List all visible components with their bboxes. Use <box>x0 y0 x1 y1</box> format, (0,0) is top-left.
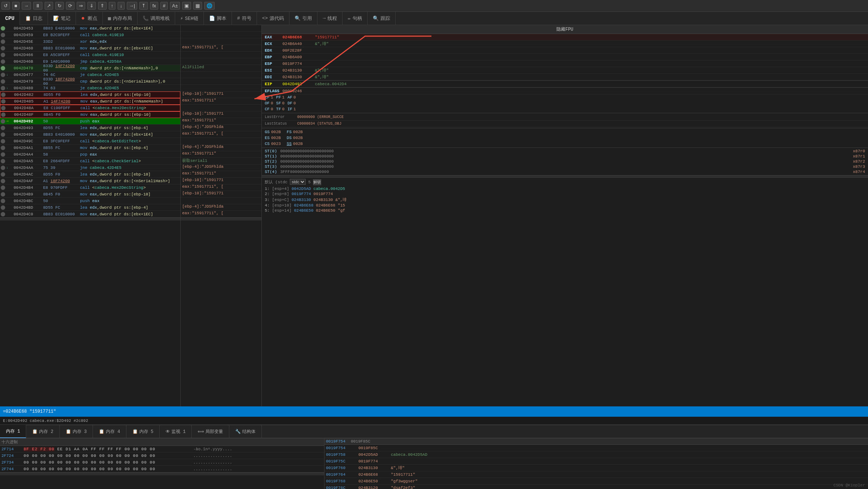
table-row[interactable]: 0042D4C0 8B83 EC010000 mov eax,dword ptr… <box>0 211 180 218</box>
table-row-current[interactable]: → 0042D492 50 push eax <box>0 118 180 125</box>
table-row[interactable]: 0042D460 8B83 EC010000 mov eax,dword ptr… <box>0 45 180 52</box>
step-into-btn[interactable]: → <box>22 2 31 10</box>
btab-mem2[interactable]: 📋 内存 2 <box>26 425 59 438</box>
btab-struct[interactable]: 🔧 结构体 <box>229 425 262 438</box>
table-row[interactable]: 0042D482 8D55 F0 lea edx,dword ptr ss:[e… <box>0 91 180 98</box>
stop-btn[interactable]: ■ <box>12 2 20 10</box>
charmap-btn[interactable]: A± <box>170 2 180 10</box>
fwd-btn[interactable]: →| <box>127 2 137 10</box>
reg-row-eax[interactable]: EAX 024B6E68 "15917711" <box>262 34 868 41</box>
tab-script[interactable]: 📄 脚本 <box>204 12 232 25</box>
tab-symbols[interactable]: # 符号 <box>232 12 257 25</box>
table-row[interactable]: 0042D485 A1 14F74200 mov eax,dword ptr d… <box>0 98 180 105</box>
bp-marker <box>1 93 6 97</box>
tab-log[interactable]: 📋 日志 <box>20 12 48 25</box>
table-row[interactable]: 0042D493 8D55 FC lea edx,dword ptr ss:[e… <box>0 125 180 131</box>
step-out-btn[interactable]: ↻ <box>55 2 64 10</box>
grid-btn[interactable]: ▦ <box>193 2 202 10</box>
calling-convention-select[interactable]: stdc <box>290 179 306 185</box>
comment-row <box>181 52 261 58</box>
table-row[interactable]: 0042D4AC 8D55 F0 lea edx,dword ptr ss:[e… <box>0 171 180 178</box>
tab-cpu[interactable]: CPU <box>0 12 20 25</box>
web-btn[interactable]: 🌐 <box>204 2 215 10</box>
stack-row[interactable]: 0019F758 0042D5AD cabeca.0042D5AD <box>324 451 868 458</box>
tab-seh[interactable]: ⚡ SEH链 <box>175 12 204 25</box>
table-row[interactable]: 0042D4AF A1 18F74200 mov eax,dword ptr d… <box>0 178 180 184</box>
hex-row-4[interactable]: 2F744 00 00 00 00 00 00 00 00 00 00 00 0… <box>0 466 324 472</box>
tab-source[interactable]: <> 源代码 <box>257 12 290 25</box>
reg-row-eflags[interactable]: EFLAGS 00000246 <box>262 88 868 94</box>
comment-row: eax:"15917711" <box>181 171 261 178</box>
tab-notes[interactable]: 📝 笔记 <box>48 12 76 25</box>
step-up-btn[interactable]: ⇑ <box>98 2 107 10</box>
table-row[interactable]: 0042D479 833D 18F74200 00 cmp dword ptr … <box>0 78 180 85</box>
table-row[interactable]: ↓ 0042D477 74 6C je cabeca.42D4E5 <box>0 72 180 78</box>
table-row[interactable]: 0042D4BD 8D55 FC lea edx,dword ptr ss:[e… <box>0 204 180 211</box>
reg-row-ecx[interactable]: ECX 024B6A40 &",琲" <box>262 41 868 47</box>
table-row[interactable]: 0042D459 E8 B2C9FEFF call cabeca.419E10 <box>0 32 180 38</box>
table-row[interactable]: 0042D49C E8 3FC9FEFF call <cabeca.GetEdi… <box>0 138 180 145</box>
table-row[interactable]: 0042D453 8B83 E4010000 mov eax,dword ptr… <box>0 25 180 32</box>
origin-btn[interactable]: ⤒ <box>139 2 148 10</box>
animate-btn[interactable]: ⇒ <box>77 2 85 10</box>
stack-row[interactable]: 0019F760 024B3130 &",琲" <box>324 465 868 471</box>
tab-breakpoints[interactable]: ● 断点 <box>76 12 103 25</box>
goto-btn[interactable]: ↑ <box>109 2 116 10</box>
tab-trace[interactable]: 🔍 跟踪 <box>368 12 396 25</box>
btab-watch1[interactable]: 👁 监视 1 <box>160 425 192 438</box>
restart-btn[interactable]: ↺ <box>1 2 10 10</box>
table-row[interactable]: 0042D48A E8 C190FDFF call <cabeca.Hex2De… <box>0 105 180 111</box>
hash-btn[interactable]: # <box>160 2 167 10</box>
reg-row-esi[interactable]: ESI 024B3130 &",琲" <box>262 67 868 74</box>
tab-refs[interactable]: 🔍 引用 <box>289 12 317 25</box>
tab-memory-map[interactable]: ▦ 内存布局 <box>103 12 138 25</box>
stack-row[interactable]: 0019F768 024B6E50 "gf3wggser" <box>324 478 868 485</box>
disasm-scroll[interactable]: 0042D453 8B83 E4010000 mov eax,dword ptr… <box>0 25 180 406</box>
table-row[interactable]: 0042D45E 33D2 xor edx,edx <box>0 38 180 45</box>
table-row[interactable]: 0042D466 E8 A5C9FEFF call cabeca.419E10 <box>0 52 180 58</box>
hex-row-3[interactable]: 2F734 00 00 00 00 00 00 00 00 00 00 00 0… <box>0 459 324 466</box>
unlock-btn[interactable]: 解锁 <box>313 179 321 185</box>
pause-btn[interactable]: ⏸ <box>33 2 42 10</box>
table-row[interactable]: 0042D46B E9 1A010000 jmp cabeca.42D58A <box>0 58 180 65</box>
table-row[interactable]: 0042D48F 8B45 F0 mov eax,dword ptr ss:[e… <box>0 111 180 118</box>
table-row[interactable]: ↓ 0042D480 74 63 je cabeca.42D4E5 <box>0 85 180 91</box>
table-row[interactable]: 0042D4BC 50 push eax <box>0 198 180 204</box>
stack-row[interactable]: 0019F754 0019F85C <box>324 445 868 451</box>
table-row[interactable]: 0042D4A1 8B55 FC mov edx,dword ptr ss:[e… <box>0 145 180 151</box>
table-row[interactable]: ↓ 0042D4AA 75 39 jne cabeca.42D4E5 <box>0 164 180 171</box>
step-over-btn[interactable]: ↗ <box>45 2 53 10</box>
reg-row-ebp[interactable]: EBP 024B6A00 <box>262 54 868 60</box>
reg-row-edx[interactable]: EDX 00F2E28F <box>262 47 868 54</box>
scrollbar-h[interactable] <box>0 218 180 221</box>
table-row[interactable]: 0042D4B4 E8 970FDFF call <cabeca.Hex2Dec… <box>0 184 180 191</box>
step-down-btn[interactable]: ⇓ <box>87 2 96 10</box>
table-row[interactable]: 0042D4A5 E8 2664FDFF call <cabeca.CheckS… <box>0 158 180 164</box>
hex-row-1[interactable]: 2F714 8F E2 F2 00 EE D1 AA 0A FF FF FF F… <box>0 446 324 452</box>
tab-handles[interactable]: ✏ 句柄 <box>343 12 368 25</box>
table-row[interactable]: 0042D470 833D 14F74200 00 cmp dword ptr … <box>0 65 180 72</box>
table-row[interactable]: 0042D4A4 58 pop eax <box>0 151 180 158</box>
btab-mem1[interactable]: 内存 1 <box>0 425 26 438</box>
table-row[interactable]: 0042D4B9 8B45 F0 mov eax,dword ptr ss:[e… <box>0 191 180 198</box>
btab-mem5[interactable]: 📋 内存 5 <box>126 425 160 438</box>
hex-row-2[interactable]: 2F724 00 00 00 00 00 00 00 00 00 00 00 0… <box>0 452 324 459</box>
mem-btn[interactable]: ▣ <box>182 2 191 10</box>
btab-locals[interactable]: ⟺ 局部变量 <box>192 425 229 438</box>
stack-row[interactable]: 0019F76C 024B3120 "dsaf2ef3" <box>324 485 868 489</box>
back-btn[interactable]: ↓ <box>118 2 125 10</box>
hex-scrollbar[interactable] <box>0 472 324 475</box>
stack-row[interactable]: 0019F764 024B6E68 "15917711" <box>324 471 868 478</box>
btab-mem3[interactable]: 📋 内存 3 <box>60 425 93 438</box>
center-scrollbar[interactable] <box>181 218 261 221</box>
expr-btn[interactable]: fx <box>150 2 158 10</box>
btab-mem4[interactable]: 📋 内存 4 <box>93 425 126 438</box>
table-row[interactable]: 0042D496 8B83 E4010000 mov eax,dword ptr… <box>0 131 180 138</box>
tab-threads[interactable]: → 线程 <box>317 12 343 25</box>
reg-row-esp[interactable]: ESP 0019F774 <box>262 60 868 67</box>
tab-callstack[interactable]: 📞 调用堆栈 <box>138 12 175 25</box>
stack-row[interactable]: 0019F75C 0019F774 <box>324 458 868 465</box>
run-btn[interactable]: ⟳ <box>66 2 74 10</box>
reg-row-edi[interactable]: EDI 024B3130 &",琲" <box>262 74 868 80</box>
reg-row-eip[interactable]: EIP 0042D492 cabeca.0042D4 <box>262 81 868 87</box>
